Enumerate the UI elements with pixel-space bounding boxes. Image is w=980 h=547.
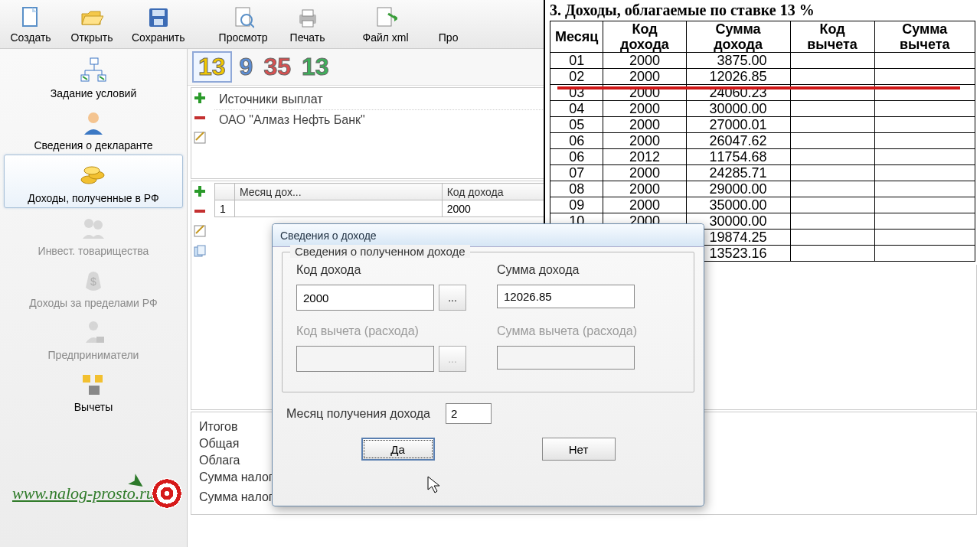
income-dialog: Сведения о доходе Сведения о полученном … xyxy=(272,223,704,506)
month-label: Месяц получения дохода xyxy=(286,407,430,421)
watermark: www.nalog-prosto.ru ➤ xyxy=(12,478,182,509)
save-label: Сохранить xyxy=(132,31,185,44)
deduct-code-input xyxy=(296,346,434,372)
edit-source-button[interactable] xyxy=(191,128,209,148)
svg-rect-8 xyxy=(302,10,313,16)
sidebar-item-declarant[interactable]: Сведения о декларанте xyxy=(4,103,183,155)
svg-rect-30 xyxy=(198,246,205,255)
edit-income-button[interactable] xyxy=(191,221,209,241)
sidebar-label: Сведения о декларанте xyxy=(34,139,152,151)
svg-rect-27 xyxy=(194,132,205,143)
deduct-sum-label: Сумма вычета (расхода) xyxy=(497,324,637,338)
print-label: Печать xyxy=(290,31,325,44)
code-lookup-button[interactable]: ... xyxy=(439,285,466,311)
sidebar-label: Предприниматели xyxy=(48,349,139,361)
svg-point-15 xyxy=(88,112,99,123)
preview-label: Просмотр xyxy=(219,31,268,44)
svg-rect-10 xyxy=(377,8,391,26)
sidebar: Задание условий Сведения о декларанте До… xyxy=(0,49,188,547)
yes-button[interactable]: Да xyxy=(361,438,435,461)
filexml-button[interactable]: Файл xml xyxy=(354,2,418,47)
check-label: Про xyxy=(439,31,459,44)
add-source-button[interactable] xyxy=(191,88,209,108)
svg-point-19 xyxy=(84,219,93,228)
target-icon: ➤ xyxy=(152,478,182,509)
sum-label: Сумма дохода xyxy=(497,263,635,277)
sidebar-label: Инвест. товарищества xyxy=(38,245,149,257)
check-button[interactable]: Про xyxy=(418,2,479,47)
sidebar-label: Доходы, полученные в РФ xyxy=(28,192,158,204)
copy-income-button[interactable] xyxy=(191,241,209,261)
svg-rect-2 xyxy=(152,10,165,16)
svg-rect-25 xyxy=(95,375,103,383)
deductions-icon xyxy=(78,369,109,399)
xml-file-icon xyxy=(374,5,398,30)
sum-input[interactable] xyxy=(497,285,635,308)
person-icon xyxy=(78,107,109,138)
deduct-code-label: Код вычета (расхода) xyxy=(296,324,466,338)
open-label: Открыть xyxy=(71,31,113,44)
sidebar-item-deductions[interactable]: Вычеты xyxy=(4,364,183,416)
svg-point-22 xyxy=(89,321,98,330)
sidebar-item-entrepreneurs[interactable]: Предприниматели xyxy=(4,312,183,364)
svg-rect-23 xyxy=(96,337,104,343)
svg-line-6 xyxy=(250,24,254,28)
svg-rect-28 xyxy=(194,226,205,236)
open-button[interactable]: Открыть xyxy=(61,2,122,47)
check-icon xyxy=(436,5,461,30)
dialog-title[interactable]: Сведения о доходе xyxy=(273,224,704,247)
svg-rect-26 xyxy=(89,386,100,395)
tree-icon xyxy=(78,55,109,86)
rate-35-tab[interactable]: 35 xyxy=(260,53,294,81)
svg-point-20 xyxy=(93,220,103,230)
coins-icon xyxy=(78,160,109,190)
col-month[interactable]: Месяц дох... xyxy=(235,184,443,200)
month-input[interactable] xyxy=(446,403,492,424)
deduct-sum-input xyxy=(497,346,635,370)
code-label: Код дохода xyxy=(296,263,466,277)
add-income-button[interactable] xyxy=(191,181,209,201)
svg-text:$: $ xyxy=(90,275,96,288)
partnership-icon xyxy=(78,213,109,243)
folder-open-icon xyxy=(80,5,104,30)
svg-marker-11 xyxy=(394,15,397,21)
svg-rect-24 xyxy=(83,375,90,383)
create-button[interactable]: Создать xyxy=(0,2,61,47)
rate-13-tab[interactable]: 13 xyxy=(192,51,232,83)
preview-button[interactable]: Просмотр xyxy=(210,2,277,47)
businessman-icon xyxy=(78,317,109,347)
sidebar-item-foreign[interactable]: $ Доходы за пределами РФ xyxy=(4,260,183,312)
money-bag-icon: $ xyxy=(78,265,109,295)
remove-income-button[interactable] xyxy=(191,201,209,221)
no-button[interactable]: Нет xyxy=(542,438,616,461)
remove-source-button[interactable] xyxy=(191,108,209,128)
new-file-icon xyxy=(18,5,43,30)
svg-rect-9 xyxy=(302,21,313,27)
create-label: Создать xyxy=(10,31,51,44)
sidebar-item-invest[interactable]: Инвест. товарищества xyxy=(4,208,183,260)
rate-13b-tab[interactable]: 13 xyxy=(299,53,332,81)
svg-point-18 xyxy=(84,167,100,174)
deduct-lookup-button: ... xyxy=(439,346,466,372)
svg-rect-12 xyxy=(90,58,98,64)
sidebar-label: Вычеты xyxy=(74,401,113,413)
dialog-group-legend: Сведения о полученном доходе xyxy=(290,245,470,258)
svg-rect-3 xyxy=(154,19,163,25)
printer-icon xyxy=(296,5,320,30)
save-button[interactable]: Сохранить xyxy=(122,2,194,47)
code-input[interactable] xyxy=(296,285,434,311)
preview-icon xyxy=(231,5,256,30)
ref-heading: 3. Доходы, облагаемые по ставке 13 % xyxy=(550,2,975,19)
rate-9-tab[interactable]: 9 xyxy=(237,53,256,81)
highlight-line xyxy=(557,86,960,90)
sidebar-label: Задание условий xyxy=(51,87,136,99)
filexml-label: Файл xml xyxy=(363,31,409,44)
floppy-icon xyxy=(146,5,171,30)
sidebar-label: Доходы за пределами РФ xyxy=(29,297,157,309)
sidebar-item-conditions[interactable]: Задание условий xyxy=(4,50,183,103)
sidebar-item-income-rf[interactable]: Доходы, полученные в РФ xyxy=(4,155,183,208)
print-button[interactable]: Печать xyxy=(277,2,338,47)
